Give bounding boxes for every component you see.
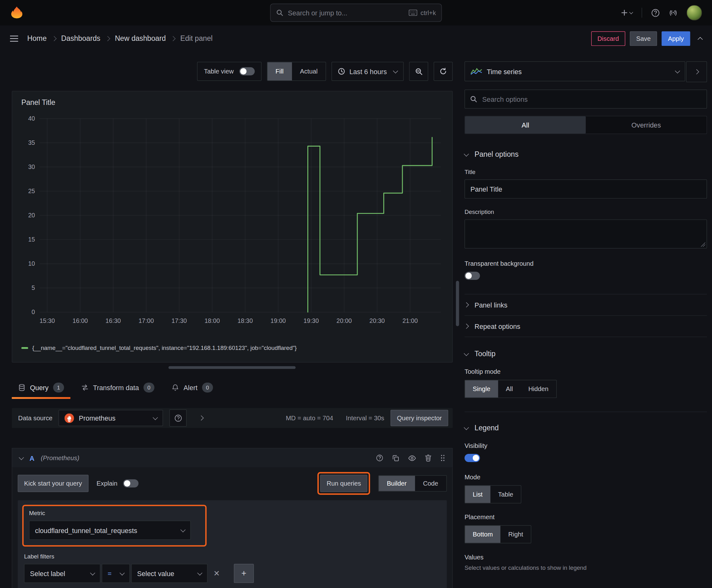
vertical-scrollbar[interactable]	[456, 281, 459, 327]
zoom-out-icon	[415, 67, 423, 76]
fill-actual-segment: Fill Actual	[267, 62, 326, 81]
resize-handle[interactable]	[701, 242, 705, 247]
series-color-marker	[21, 347, 28, 349]
collapse-options-button[interactable]	[698, 36, 702, 41]
legend-placement-right[interactable]: Right	[500, 526, 531, 543]
remove-filter-button[interactable]: ✕	[209, 564, 224, 583]
news-broadcast-button[interactable]	[669, 8, 677, 17]
tooltip-header[interactable]: Tooltip	[465, 350, 707, 358]
max-datapoints-stat: MD = auto = 704	[286, 414, 333, 422]
legend-header[interactable]: Legend	[465, 424, 707, 432]
discard-button[interactable]: Discard	[591, 31, 625, 45]
run-queries-button[interactable]: Run queries	[320, 475, 367, 492]
search-input[interactable]: Search or jump to... ctrl+k	[270, 4, 442, 22]
repeat-options-row[interactable]: Repeat options	[465, 315, 707, 337]
datasource-picker[interactable]: Prometheus	[59, 410, 163, 426]
select-label-dropdown[interactable]: Select label	[24, 564, 101, 583]
explain-toggle[interactable]	[123, 479, 138, 487]
panel-links-row[interactable]: Panel links	[465, 294, 707, 315]
table-view-control[interactable]: Table view	[197, 62, 261, 81]
select-value-dropdown[interactable]: Select value	[131, 564, 208, 583]
section-title: Legend	[475, 424, 499, 432]
tab-query[interactable]: Query 1	[12, 376, 70, 399]
builder-option[interactable]: Builder	[379, 476, 415, 491]
title-label: Title	[465, 169, 707, 175]
breadcrumb-new-dashboard[interactable]: New dashboard	[115, 34, 166, 42]
toggle-knob	[240, 68, 246, 75]
metric-select[interactable]: cloudflared_tunnel_total_requests	[29, 521, 191, 540]
expand-options-icon[interactable]	[199, 416, 204, 421]
database-icon	[18, 384, 25, 391]
code-option[interactable]: Code	[415, 476, 446, 491]
tab-all[interactable]: All	[465, 116, 586, 133]
add-filter-button[interactable]: +	[234, 564, 254, 583]
query-ref-id: A	[29, 454, 35, 462]
svg-text:25: 25	[28, 188, 35, 194]
query-help-button[interactable]	[376, 454, 383, 461]
tooltip-mode-hidden[interactable]: Hidden	[520, 380, 556, 398]
svg-text:10: 10	[28, 260, 35, 267]
transparent-bg-toggle[interactable]	[465, 272, 480, 280]
visualization-picker[interactable]: Time series	[465, 61, 685, 81]
panel-title: Panel Title	[21, 99, 445, 107]
operator-dropdown[interactable]: =	[102, 564, 130, 583]
legend-visibility-toggle[interactable]	[465, 454, 480, 462]
panel-options-header[interactable]: Panel options	[465, 150, 707, 159]
grip-icon	[440, 454, 445, 461]
fill-option[interactable]: Fill	[267, 62, 292, 80]
toggle-query-visibility-button[interactable]	[408, 455, 416, 461]
grafana-logo[interactable]	[10, 6, 24, 19]
breadcrumb-separator-icon	[51, 36, 56, 41]
tooltip-section: Tooltip Tooltip mode Single All Hidden	[465, 350, 707, 398]
table-view-toggle[interactable]	[239, 67, 255, 76]
add-new-button[interactable]	[621, 9, 632, 16]
panel-title-input[interactable]	[465, 180, 707, 198]
horizontal-scrollbar[interactable]	[169, 366, 296, 369]
zoom-out-button[interactable]	[409, 62, 428, 81]
legend-placement-group: Placement Bottom Right	[465, 513, 707, 543]
tooltip-mode-single[interactable]: Single	[465, 380, 498, 398]
user-avatar[interactable]	[687, 5, 702, 20]
chart-legend[interactable]: {__name__="cloudflared_tunnel_total_requ…	[21, 344, 445, 351]
query-inspector-button[interactable]: Query inspector	[390, 410, 448, 426]
breadcrumb-bar: Home Dashboards New dashboard Edit panel…	[0, 25, 712, 51]
save-button[interactable]: Save	[630, 31, 657, 45]
legend-placement-bottom[interactable]: Bottom	[465, 526, 500, 543]
query-row-A: A (Prometheus)	[12, 448, 453, 588]
alert-count-badge: 0	[202, 383, 213, 393]
tab-alert[interactable]: Alert 0	[166, 376, 219, 399]
duplicate-query-button[interactable]	[392, 455, 399, 461]
metric-label: Metric	[29, 510, 191, 517]
explain-label: Explain	[97, 480, 117, 487]
clock-icon	[338, 68, 345, 75]
collapse-pane-button[interactable]	[686, 61, 707, 82]
tooltip-mode-group: Tooltip mode Single All Hidden	[465, 368, 707, 398]
tab-overrides[interactable]: Overrides	[586, 116, 707, 133]
kickstart-query-button[interactable]: Kick start your query	[18, 475, 88, 492]
toggle-knob	[473, 455, 479, 461]
panel-description-input[interactable]	[465, 219, 707, 249]
panel-preview: Panel Title 051015202530354015:3016:0016…	[12, 91, 453, 362]
search-placeholder: Search or jump to...	[288, 9, 404, 17]
tooltip-mode-all[interactable]: All	[498, 380, 521, 398]
legend-mode-list[interactable]: List	[465, 486, 490, 503]
breadcrumb-home[interactable]: Home	[27, 34, 47, 42]
time-range-picker[interactable]: Last 6 hours	[332, 62, 404, 81]
query-row-header[interactable]: A (Prometheus)	[12, 448, 453, 467]
legend-visibility-group: Visibility	[465, 442, 707, 463]
refresh-button[interactable]	[434, 62, 453, 81]
chevron-down-icon	[464, 151, 469, 156]
options-search-input[interactable]	[465, 89, 707, 109]
breadcrumb-dashboards[interactable]: Dashboards	[61, 34, 101, 42]
legend-mode-table[interactable]: Table	[490, 486, 521, 503]
datasource-help-button[interactable]	[170, 409, 187, 426]
menu-button[interactable]	[10, 35, 18, 41]
chevron-right-icon	[464, 323, 469, 329]
help-button[interactable]	[651, 8, 660, 17]
collapse-query-icon[interactable]	[19, 455, 24, 460]
drag-handle[interactable]	[440, 454, 445, 461]
delete-query-button[interactable]	[425, 454, 431, 461]
apply-button[interactable]: Apply	[662, 31, 690, 45]
actual-option[interactable]: Actual	[292, 62, 326, 80]
tab-transform-data[interactable]: Transform data 0	[75, 376, 161, 399]
